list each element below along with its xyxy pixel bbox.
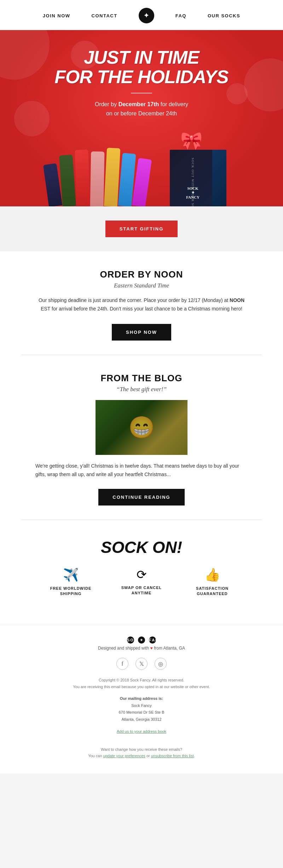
blog-section: FROM THE BLOG “The best gift ever!” 😁 We… [0,355,283,520]
nav-join-now[interactable]: JOIN NOW [43,13,70,18]
hero-section: JUST IN TIME FOR THE HOLIDAYS Order by D… [0,30,283,206]
hero-subtitle: Order by December 17th for delivery on o… [28,100,255,118]
box-side [212,150,226,206]
feature-swap-label: SWAP OR CANCELANYTIME [117,585,166,596]
blog-image-person-icon: 😁 [128,415,155,440]
blog-image: 😁 [96,400,187,455]
box-body: SOCK OUT WITH YOUR SOCK OUT SOCK✦FANCY [170,150,216,206]
nav-faq[interactable]: FAQ [175,13,186,18]
unsubscribe-link[interactable]: unsubscribe from this list [151,754,194,758]
sock-2 [59,155,76,206]
feature-swap: ⟳ SWAP OR CANCELANYTIME [117,567,166,597]
start-gifting-button[interactable]: START GIFTING [105,221,178,237]
hero-cta-section: START GIFTING [0,206,283,251]
social-icons: f 𝕏 ◎ [21,658,262,670]
nav-contact[interactable]: CONTACT [92,13,117,18]
feature-satisfaction: 👍 SATISFACTIONGUARANTEED [187,567,237,597]
order-noon-section: ORDER BY NOON Eastern Standard Time Our … [0,251,283,355]
add-address-book-link[interactable]: Add us to your address book [117,729,166,733]
sock-4 [90,152,105,206]
hero-product-visual: 🎀 SOCK OUT WITH YOUR SOCK OUT SOCK✦FANCY [28,129,255,206]
feature-satisfaction-label: SATISFACTIONGUARANTEED [187,586,237,597]
continue-reading-button[interactable]: CONTINUE READING [98,489,184,506]
feature-shipping-label: FREE WORLDWIDESHIPPING [46,586,96,597]
airplane-icon: ✈️ [46,567,96,582]
page-wrapper: JOIN NOW CONTACT ✦ FAQ OUR SOCKS JUST IN… [0,0,283,773]
sock-1 [43,163,62,206]
features-list: ✈️ FREE WORLDWIDESHIPPING ⟳ SWAP OR CANC… [21,567,262,597]
nav-our-socks[interactable]: OUR SOCKS [208,13,240,18]
navigation: JOIN NOW CONTACT ✦ FAQ OUR SOCKS [0,0,283,30]
footer: SOCK ✦ FANCY Designed and shipped with ♥… [0,625,283,773]
sock-5 [104,148,121,206]
sock-3 [75,150,90,207]
footer-copyright: Copyright © 2018 Sock Fancy. All rights … [21,677,262,690]
footer-address: Our mailing address is: Sock Fancy 670 M… [21,695,262,723]
blog-quote: “The best gift ever!” [35,386,248,393]
hero-divider [131,93,152,93]
update-preferences-link[interactable]: update your preferences [103,754,145,758]
shop-now-button[interactable]: SHOP NOW [112,324,171,341]
footer-logo: SOCK ✦ FANCY [21,636,262,644]
footer-unsubscribe: Want to change how you receive these ema… [21,746,262,759]
footer-tagline: Designed and shipped with ♥ from Atlanta… [21,646,262,651]
blog-title: FROM THE BLOG [35,373,248,384]
instagram-icon[interactable]: ◎ [155,658,167,670]
facebook-icon[interactable]: f [116,658,128,670]
noon-body: Our shipping deadline is just around the… [35,296,248,313]
noon-subtitle: Eastern Standard Time [35,282,248,289]
swap-icon: ⟳ [117,567,166,582]
heart-icon: ♥ [150,646,152,651]
feature-shipping: ✈️ FREE WORLDWIDESHIPPING [46,567,96,597]
gift-box-visual: 🎀 SOCK OUT WITH YOUR SOCK OUT SOCK✦FANCY [170,139,226,206]
sockon-section: SOCK ON! ✈️ FREE WORLDWIDESHIPPING ⟳ SWA… [0,520,283,625]
socks-visual [46,136,149,206]
footer-address-link: Add us to your address book [21,728,262,735]
sockon-title: SOCK ON! [21,538,262,557]
bow-icon: 🎀 [180,132,202,150]
hero-title: JUST IN TIME FOR THE HOLIDAYS [28,48,255,86]
noon-title: ORDER BY NOON [35,269,248,280]
blog-body: We're getting close, y'all! Christmas is… [35,462,248,479]
nav-logo[interactable]: ✦ [139,8,154,23]
twitter-icon[interactable]: 𝕏 [135,658,148,670]
thumbsup-icon: 👍 [187,567,237,582]
